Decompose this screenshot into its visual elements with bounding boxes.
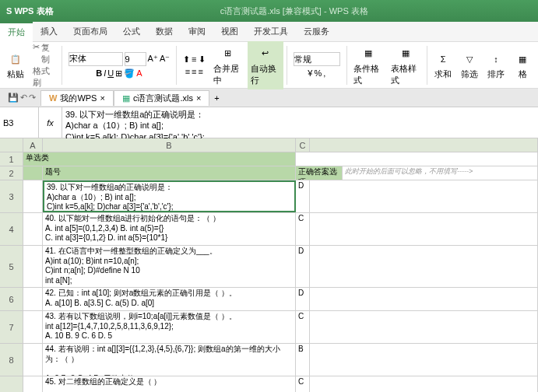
font-size-input[interactable] <box>125 52 146 66</box>
doc-tab-file[interactable]: ▦c语言测试题.xls× <box>114 90 209 106</box>
menu-tab-view[interactable]: 视图 <box>213 22 246 42</box>
cond-format-icon: ▦ <box>359 44 378 63</box>
category-header[interactable]: 单选类 <box>23 152 296 166</box>
border-button[interactable]: ⊞ <box>115 68 122 79</box>
wrap-button[interactable]: ↩自动换行 <box>248 41 283 89</box>
answer-cell[interactable]: D <box>296 180 310 212</box>
question-cell[interactable]: 41. 在C语言中对一维整型数组的正确定义为___。 A)int a(10); … <box>43 246 296 287</box>
add-tab-button[interactable]: + <box>209 93 223 103</box>
col-header-a[interactable]: A <box>23 138 43 152</box>
merge-button[interactable]: ⊞合并居中 <box>210 41 246 89</box>
menu-tab-insert[interactable]: 插入 <box>33 22 65 42</box>
close-icon[interactable]: × <box>196 93 201 103</box>
cut-icon[interactable]: ✂ <box>33 42 40 65</box>
table-style-icon: ▦ <box>396 44 415 63</box>
underline-button[interactable]: U <box>107 68 114 78</box>
close-icon[interactable]: × <box>100 93 104 103</box>
answer-cell[interactable]: C <box>296 376 310 392</box>
menu-bar: 开始 插入 页面布局 公式 数据 审阅 视图 开发工具 云服务 <box>0 22 538 42</box>
format-button[interactable]: ▦格 <box>510 47 535 83</box>
row-header[interactable]: 7 <box>0 311 23 344</box>
col-header-rest[interactable] <box>310 138 538 152</box>
table-style-button[interactable]: ▦表格样式 <box>388 41 424 89</box>
format-painter-button[interactable]: 格式刷 <box>33 65 55 89</box>
select-all-corner[interactable] <box>0 138 23 152</box>
align-top-icon[interactable]: ⬆ <box>183 54 190 65</box>
menu-tab-dev[interactable]: 开发工具 <box>246 22 296 42</box>
fill-color-button[interactable]: 🪣 <box>124 68 135 79</box>
question-cell[interactable]: 42. 已知：int a[10]; 则对a数组元素的正确引用是（ ）。 A. a… <box>43 288 296 310</box>
table-row: 单选类 <box>23 152 538 166</box>
bold-button[interactable]: B <box>96 68 102 78</box>
menu-tab-data[interactable]: 数据 <box>148 22 181 42</box>
row-header[interactable]: 6 <box>0 288 23 311</box>
formula-bar: B3 fx 39. 以下对一维数组a的正确说明是： A)char a（10）; … <box>0 107 538 138</box>
menu-tab-review[interactable]: 审阅 <box>181 22 213 42</box>
align-bot-icon[interactable]: ⬇ <box>199 54 206 65</box>
merge-icon: ⊞ <box>219 44 237 63</box>
row-header[interactable]: 8 <box>0 344 23 376</box>
align-mid-icon[interactable]: ≡ <box>192 54 196 64</box>
font-color-button[interactable]: A <box>136 68 142 78</box>
menu-tab-formula[interactable]: 公式 <box>115 22 148 42</box>
app-logo: S WPS 表格 <box>6 5 54 17</box>
question-cell[interactable]: 40. 以下能对一维数组a进行初始化的语句是：（ ） A. int a[5]=(… <box>43 213 296 245</box>
italic-button[interactable]: I <box>104 68 106 78</box>
row-header[interactable]: 4 <box>0 213 23 246</box>
question-cell[interactable]: 44. 若有说明：int a[][3]={{1,2,3},{4,5},{6,7}… <box>43 344 296 376</box>
sort-button[interactable]: ↕排序 <box>483 47 508 83</box>
currency-icon[interactable]: ¥ <box>308 68 312 78</box>
font-grow-icon[interactable]: A⁺ <box>148 54 158 64</box>
question-cell[interactable]: 43. 若有以下数组说明，则i=10;a[a[i]]元素数值是（ ）。 int … <box>43 311 296 343</box>
align-right-icon[interactable]: ≡ <box>199 67 203 76</box>
menu-tab-cloud[interactable]: 云服务 <box>296 22 337 42</box>
row-header[interactable]: 1 <box>0 152 23 166</box>
doc-tab-wps[interactable]: W我的WPS× <box>40 90 114 106</box>
answer-cell[interactable]: C <box>296 311 310 343</box>
font-shrink-icon[interactable]: A⁻ <box>160 54 170 64</box>
undo-icon[interactable]: ↶ <box>20 93 27 103</box>
paste-button[interactable]: 📋粘贴 <box>3 47 28 83</box>
wps-icon: W <box>49 93 57 103</box>
answer-cell[interactable]: B <box>296 344 310 376</box>
question-cell[interactable]: 39. 以下对一维数组a的正确说明是： A)char a（10）; B) int… <box>43 180 296 212</box>
row-header[interactable]: 5 <box>0 246 23 288</box>
question-cell[interactable]: 45. 对二维数组的正确定义是（ ） A. int a[ ] [ ]={1,2,… <box>43 376 296 392</box>
align-left-icon[interactable]: ≡ <box>185 67 190 76</box>
comma-icon[interactable]: , <box>323 68 325 78</box>
answer-cell[interactable]: D <box>296 246 310 287</box>
formula-input[interactable]: 39. 以下对一维数组a的正确说明是： A)char a（10）; B) int… <box>62 107 538 138</box>
spreadsheet: 12345678910111213 A B C 单选类题号正确答案选项此时开始的… <box>0 138 538 392</box>
answer-cell[interactable]: D <box>296 288 310 310</box>
answer-header[interactable]: 正确答案选项 <box>296 166 343 180</box>
table-row: 41. 在C语言中对一维整型数组的正确定义为___。 A)int a(10); … <box>23 246 538 288</box>
col-header-b[interactable]: B <box>43 138 296 152</box>
sum-button[interactable]: Σ求和 <box>431 47 455 83</box>
filter-button[interactable]: ▽筛选 <box>457 47 482 83</box>
ribbon: 📋粘贴 ✂复制 格式刷 A⁺ A⁻ B I U ⊞ 🪣 A ⬆ ≡ ⬇ ≡ ≡ <box>0 42 538 89</box>
wrap-icon: ↩ <box>256 44 275 63</box>
copy-button[interactable]: 复制 <box>41 42 55 65</box>
cond-format-button[interactable]: ▦条件格式 <box>350 41 386 89</box>
row-header[interactable]: 2 <box>0 166 23 180</box>
xls-icon: ▦ <box>122 93 130 103</box>
font-name-input[interactable] <box>69 52 123 66</box>
cell-reference[interactable]: B3 <box>0 107 39 138</box>
redo-icon[interactable]: ↷ <box>29 93 36 103</box>
fx-icon[interactable]: fx <box>47 118 54 128</box>
number-format-select[interactable] <box>294 52 340 66</box>
align-center-icon[interactable]: ≡ <box>192 67 196 76</box>
answer-cell[interactable]: C <box>296 213 310 245</box>
save-icon[interactable]: 💾 <box>8 93 19 103</box>
row-header[interactable]: 3 <box>0 180 23 213</box>
percent-icon[interactable]: % <box>314 68 322 78</box>
paste-icon: 📋 <box>6 50 25 68</box>
menu-tab-start[interactable]: 开始 <box>0 22 33 42</box>
row-header[interactable]: 9 <box>0 376 23 392</box>
menu-tab-layout[interactable]: 页面布局 <box>65 22 115 42</box>
col-header-c[interactable]: C <box>296 138 310 152</box>
row-headers: 12345678910111213 <box>0 138 23 392</box>
col-title[interactable]: 题号 <box>43 166 296 180</box>
table-row: 42. 已知：int a[10]; 则对a数组元素的正确引用是（ ）。 A. a… <box>23 288 538 311</box>
grid-area[interactable]: A B C 单选类题号正确答案选项此时开始的后面可以忽略，不用填写----->3… <box>23 138 538 392</box>
